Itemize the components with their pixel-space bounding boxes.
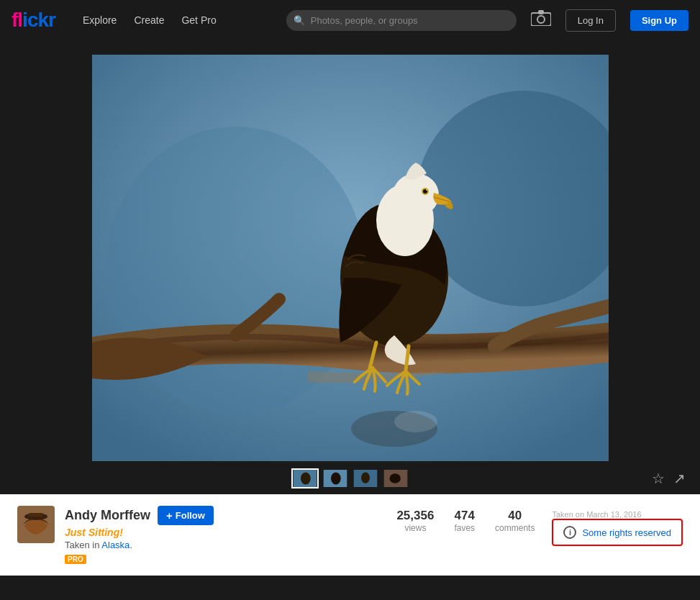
stats-section: 25,356 views 474 faves 40 comments (396, 506, 535, 533)
info-bar: Andy Morffew Follow Just Sitting! Taken … (0, 494, 700, 576)
svg-point-13 (394, 411, 437, 432)
svg-point-15 (301, 472, 311, 484)
stat-faves: 474 faves (454, 509, 475, 533)
signup-button[interactable]: Sign Up (630, 10, 688, 31)
license-box[interactable]: i Some rights reserved (552, 519, 683, 546)
search-input[interactable] (286, 10, 517, 31)
nav-links: Explore Create Get Pro (76, 10, 224, 30)
thumbnail-4[interactable] (382, 468, 409, 488)
author-details: Andy Morffew Follow Just Sitting! Taken … (65, 506, 214, 564)
svg-point-8 (393, 173, 439, 217)
license-section: Taken on March 13, 2016 i Some rights re… (552, 506, 683, 546)
search-icon: 🔍 (294, 15, 305, 26)
svg-point-19 (361, 472, 370, 483)
nav-get-pro[interactable]: Get Pro (174, 10, 223, 30)
stat-views: 25,356 views (396, 509, 434, 533)
license-info-icon: i (563, 526, 576, 539)
avatar[interactable] (17, 506, 55, 543)
author-name: Andy Morffew (65, 508, 150, 523)
taken-date: Taken on March 13, 2016 (552, 510, 683, 519)
svg-rect-0 (531, 13, 551, 26)
flickr-logo[interactable]: flickr (12, 9, 55, 32)
faves-count: 474 (454, 509, 475, 523)
photo-title: Just Sitting! (65, 527, 214, 538)
svg-point-11 (426, 189, 427, 191)
favorite-icon[interactable]: ☆ (652, 470, 665, 487)
photo-location: Taken in Alaska. (65, 540, 214, 550)
thumbnail-1[interactable] (291, 468, 319, 488)
share-icon[interactable]: ↗ (673, 470, 686, 487)
faves-label: faves (454, 523, 475, 533)
nav-explore[interactable]: Explore (76, 10, 124, 30)
stat-comments: 40 comments (495, 509, 535, 533)
license-link[interactable]: Some rights reserved (582, 527, 671, 538)
author-name-row: Andy Morffew Follow (65, 506, 214, 525)
upload-icon[interactable] (531, 10, 551, 30)
views-count: 25,356 (396, 509, 434, 523)
views-label: views (396, 523, 434, 533)
author-section: Andy Morffew Follow Just Sitting! Taken … (17, 506, 247, 564)
location-prefix: Taken in (65, 540, 101, 550)
photo-svg (92, 55, 609, 461)
svg-point-21 (389, 473, 400, 483)
svg-point-1 (537, 16, 545, 23)
svg-rect-2 (538, 10, 544, 14)
search-bar: 🔍 (286, 10, 517, 31)
thumbnails-row: ☆ ↗ (0, 461, 700, 494)
follow-button[interactable]: Follow (158, 506, 214, 525)
svg-rect-25 (29, 513, 43, 517)
main-photo (92, 55, 609, 461)
thumbnail-3[interactable] (352, 468, 379, 488)
svg-point-17 (331, 472, 341, 484)
thumbnail-2[interactable] (322, 468, 349, 488)
navbar: flickr Explore Create Get Pro 🔍 Log In S… (0, 0, 700, 40)
location-link[interactable]: Alaska. (101, 540, 132, 550)
comments-label: comments (495, 523, 535, 533)
login-button[interactable]: Log In (565, 9, 616, 32)
action-icons: ☆ ↗ (652, 470, 686, 487)
nav-create[interactable]: Create (127, 10, 171, 30)
pro-badge: PRO (65, 555, 86, 564)
photo-container (0, 40, 700, 461)
comments-count: 40 (495, 509, 535, 523)
